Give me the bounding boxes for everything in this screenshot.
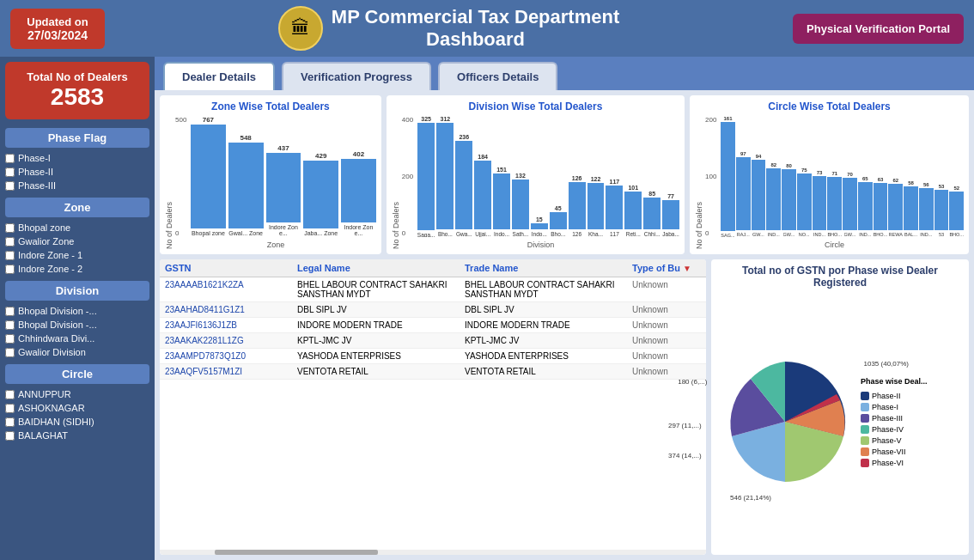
division-bar-value: 45 [555, 205, 562, 211]
baidhan-checkbox[interactable] [5, 417, 15, 427]
pie-area: 180 (6,...) 297 (11,...) 374 (14,...) 54… [716, 294, 964, 550]
header: Updated on 27/03/2024 🏛 MP Commercial Ta… [0, 0, 974, 57]
division-bar-value: 312 [441, 116, 451, 122]
division-bar[interactable] [436, 123, 454, 229]
circle-bar[interactable] [782, 169, 796, 230]
circle-bar[interactable] [827, 177, 842, 230]
phase-flag-section: Phase Flag [5, 128, 149, 148]
division-bar[interactable] [569, 182, 586, 229]
balaghat-checkbox[interactable] [5, 431, 15, 441]
division-bar-wrapper: 122Kha... [587, 116, 605, 237]
circle-bar[interactable] [721, 122, 735, 231]
tabs: Dealer Details Verification Progress Off… [155, 57, 974, 90]
phase-i-checkbox[interactable] [5, 154, 15, 163]
phase-ii-checkbox[interactable] [5, 167, 15, 177]
division-bar-wrapper: 85Chhi... [643, 116, 660, 237]
division-bar[interactable] [643, 198, 660, 229]
circle-bar[interactable] [919, 188, 934, 230]
indore-zone-2-checkbox[interactable] [5, 265, 15, 274]
circle-bar[interactable] [752, 160, 766, 230]
phase-iii-checkbox[interactable] [5, 181, 15, 191]
division-bar-wrapper: 325Saga... [417, 116, 435, 237]
circle-bar[interactable] [874, 183, 888, 230]
circle-bar[interactable] [888, 184, 903, 230]
table-row[interactable]: 23AAAAB1621K2ZA BHEL LABOUR CONTRACT SAH… [160, 277, 706, 302]
division-bar[interactable] [606, 186, 623, 229]
sidebar-item-balaghat[interactable]: BALAGHAT [5, 429, 149, 442]
table-section: GSTN Legal Name Trade Name Type of Bu ▼ … [160, 259, 706, 555]
circle-bar[interactable] [766, 168, 781, 230]
zone-bar[interactable] [228, 143, 264, 228]
portal-button[interactable]: Physical Verification Portal [793, 14, 964, 44]
sidebar-item-phase-ii[interactable]: Phase-II [5, 165, 149, 179]
division-bar-wrapper: 151Indo... [493, 116, 510, 237]
sidebar-scroll[interactable]: Phase Flag Phase-I Phase-II Phase-III Zo… [0, 125, 155, 560]
indore-zone-1-checkbox[interactable] [5, 251, 15, 260]
bhopal-div-2-checkbox[interactable] [5, 320, 15, 330]
sidebar-item-bhopal-div-1[interactable]: Bhopal Division -... [5, 304, 149, 318]
sidebar: Total No of Dealers 2583 Phase Flag Phas… [0, 57, 155, 560]
header-title: MP Commercial Tax Department Dashboard [332, 6, 619, 51]
tab-verification-progress[interactable]: Verification Progress [282, 62, 431, 90]
circle-bar[interactable] [736, 157, 751, 230]
bhopal-zone-checkbox[interactable] [5, 223, 15, 233]
division-chart: Division Wise Total Dealers No of Dealer… [387, 95, 685, 254]
tab-dealer-details[interactable]: Dealer Details [163, 62, 275, 90]
total-dealers-label: Total No of Dealers [10, 70, 144, 83]
sidebar-item-gwalior-div[interactable]: Gwalior Division [5, 345, 149, 359]
chhindwara-div-checkbox[interactable] [5, 334, 15, 344]
tab-officers-details[interactable]: Officers Details [438, 62, 557, 90]
sidebar-item-baidhan[interactable]: BAIDHAN (SIDHI) [5, 415, 149, 429]
zone-bar[interactable] [341, 159, 376, 222]
gwalior-div-checkbox[interactable] [5, 348, 15, 357]
division-bar[interactable] [493, 173, 510, 229]
circle-bar[interactable] [949, 192, 964, 230]
filter-icon[interactable]: ▼ [683, 264, 691, 273]
sidebar-item-phase-i[interactable]: Phase-I [5, 151, 149, 165]
sidebar-item-indore-zone-2[interactable]: Indore Zone - 2 [5, 262, 149, 276]
sidebar-item-bhopal-zone[interactable]: Bhopal zone [5, 221, 149, 234]
division-bar[interactable] [550, 212, 567, 229]
circle-bar[interactable] [813, 176, 827, 230]
sidebar-item-chhindwara-div[interactable]: Chhindwara Divi... [5, 332, 149, 345]
division-bar[interactable] [512, 180, 529, 229]
table-row[interactable]: 23AAJFI6136J1ZB INDORE MODERN TRADE INDO… [160, 318, 706, 333]
sidebar-item-annuppur[interactable]: ANNUPPUR [5, 387, 149, 401]
division-bar-label: Kha... [588, 231, 603, 237]
bhopal-div-1-checkbox[interactable] [5, 307, 15, 316]
sidebar-item-bhopal-div-2[interactable]: Bhopal Division -... [5, 318, 149, 332]
zone-bar[interactable] [266, 153, 301, 222]
division-bar[interactable] [417, 123, 435, 230]
legend-phase-i-label: Phase-I [872, 403, 898, 411]
table-row[interactable]: 23AAQFV5157M1ZI VENTOTA RETAIL VENTOTA R… [160, 364, 706, 380]
circle-bar[interactable] [934, 190, 949, 230]
division-bar[interactable] [531, 223, 548, 229]
annuppur-checkbox[interactable] [5, 390, 15, 399]
gwalior-zone-checkbox[interactable] [5, 237, 15, 247]
circle-bar-wrapper: 62REWA [888, 116, 903, 237]
table-row[interactable]: 23AAMPD7873Q1Z0 YASHODA ENTERPRISES YASH… [160, 349, 706, 364]
division-bar[interactable] [624, 192, 642, 229]
ashoknagar-checkbox[interactable] [5, 404, 15, 413]
legend-title: Phase wise Deal... [861, 377, 928, 386]
circle-bar[interactable] [797, 173, 812, 230]
sidebar-item-indore-zone-1[interactable]: Indore Zone - 1 [5, 248, 149, 262]
division-bar[interactable] [474, 161, 491, 229]
cell-type: Unknown [632, 367, 701, 376]
sidebar-item-ashoknagar[interactable]: ASHOKNAGAR [5, 401, 149, 415]
division-bar[interactable] [587, 183, 605, 229]
circle-bar[interactable] [904, 186, 918, 230]
zone-bar[interactable] [191, 125, 226, 228]
updated-date: 27/03/2024 [21, 28, 94, 42]
sidebar-item-gwalior-zone[interactable]: Gwalior Zone [5, 234, 149, 248]
circle-bar[interactable] [858, 182, 873, 230]
table-row[interactable]: 23AAKAK2281L1ZG KPTL-JMC JV KPTL-JMC JV … [160, 333, 706, 349]
circle-bar[interactable] [843, 178, 857, 230]
table-row[interactable]: 23AAHAD8411G1Z1 DBL SIPL JV DBL SIPL JV … [160, 302, 706, 318]
sidebar-item-phase-iii[interactable]: Phase-III [5, 179, 149, 192]
annotation-546: 546 (21,14%) [730, 494, 771, 502]
zone-bar[interactable] [303, 161, 338, 228]
division-bar[interactable] [662, 200, 679, 229]
division-bar-wrapper: 132Sath... [512, 116, 529, 237]
division-bar[interactable] [455, 141, 472, 229]
